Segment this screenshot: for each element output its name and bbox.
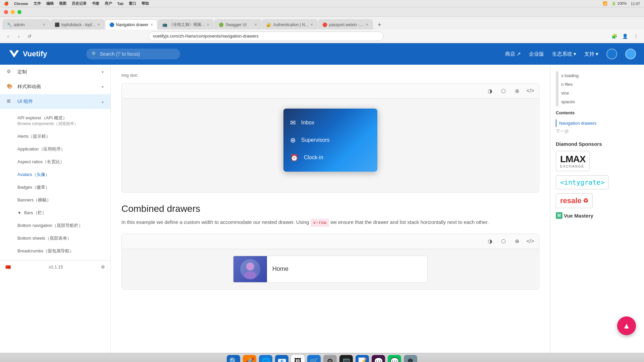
sidebar-child-api-explorer[interactable]: API explorer（API 概览） Browse components（浏… [0, 112, 110, 130]
toc-next[interactable]: 下一步 [556, 128, 639, 134]
partial-item-2: n files [561, 80, 579, 89]
dock-settings[interactable]: ⚙ [323, 355, 337, 362]
tab-close-quanxi[interactable]: ✕ [207, 23, 209, 26]
toc-nav-drawers[interactable]: Navigation drawers [556, 119, 639, 127]
back-button[interactable]: ‹ [4, 32, 12, 40]
tab-navigation-drawer[interactable]: 🔵 Navigation drawer ✕ [105, 19, 158, 29]
tab-close-auth[interactable]: ✕ [310, 23, 313, 26]
settings-icon[interactable]: ⚙ [101, 264, 105, 269]
file-menu[interactable]: 文件 [34, 1, 41, 6]
vuetify-logo[interactable]: Vuetify [8, 48, 47, 60]
supervisors-label: Supervisors [301, 137, 329, 143]
github-icon-2[interactable]: ⊕ [512, 237, 522, 246]
theme-toggle-icon[interactable]: ◑ [485, 86, 495, 96]
profile-icon[interactable]: 👤 [621, 32, 629, 40]
lmax-sponsor[interactable]: LMAX EXCHANGE [556, 151, 639, 171]
header-store-link[interactable]: 商店 ↗ [505, 51, 521, 57]
drawer-item-clockin[interactable]: ⏰ Clock-in [283, 149, 377, 166]
scroll-to-top-fab[interactable]: ▲ [617, 316, 636, 335]
view-menu[interactable]: 视图 [59, 1, 66, 6]
help-menu[interactable]: 帮助 [142, 1, 149, 6]
tab-swagger[interactable]: 🟢 Swagger UI ✕ [214, 19, 261, 29]
sidebar-child-breadcrumbs[interactable]: Breadcrumbs（面包屑导航） [0, 245, 110, 257]
dock-mail[interactable]: 📧 [275, 355, 288, 362]
address-bar[interactable]: vuetifyjs.com/zh-Hans/components/navigat… [149, 32, 383, 41]
dock-finder[interactable]: 🔍 [227, 355, 240, 362]
header-support-link[interactable]: 支持 ▾ [584, 51, 598, 57]
dock-vscode[interactable]: 📝 [356, 355, 369, 362]
tab-admin[interactable]: 🔧 admin ✕ [3, 19, 50, 29]
tab-menu[interactable]: Tab [117, 2, 124, 6]
sidebar-item-customize[interactable]: ⚙ 定制 ▾ [0, 65, 110, 79]
drawer-item-inbox[interactable]: ✉ Inbox [283, 114, 377, 131]
code-toggle-icon[interactable]: </> [526, 86, 535, 96]
sidebar-child-alerts[interactable]: Alerts（提示框） [0, 130, 110, 143]
sidebar-item-styles[interactable]: 🎨 样式和动画 ▾ [0, 79, 110, 94]
version-label: v2.1.15 [49, 264, 63, 269]
window-menu[interactable]: 窗口 [129, 1, 136, 6]
resale-sponsor[interactable]: resale ♻ [556, 193, 639, 208]
sidebar-child-banners[interactable]: Banners（横幅） [0, 194, 110, 206]
forward-button[interactable]: › [15, 32, 23, 40]
tab-close-topfullstack[interactable]: ✕ [97, 23, 100, 26]
sidebar-child-application[interactable]: Application（应用程序） [0, 143, 110, 156]
codepen-icon-2[interactable]: ⬡ [499, 237, 508, 246]
window-maximize-button[interactable] [17, 10, 21, 14]
dock-wechat[interactable]: 💬 [388, 355, 401, 362]
tab-passport[interactable]: 🔴 passport weixin - ... ✕ [318, 19, 373, 29]
sidebar-child-bars[interactable]: ▼ Bars（栏） [0, 206, 110, 219]
github-icon[interactable]: ⊕ [512, 86, 522, 96]
tab-topfullstack[interactable]: ⬛ topfullstack - topf... ✕ [50, 19, 104, 29]
dock-trash[interactable]: 🗑 [404, 355, 417, 362]
tab-close-swagger[interactable]: ✕ [254, 23, 257, 26]
user-avatar[interactable] [606, 49, 617, 59]
tab-quanxi[interactable]: 📺 《全线之巅》视频... ✕ [158, 19, 214, 29]
code-toggle-icon-2[interactable]: </> [526, 237, 535, 246]
tab-close-passport[interactable]: ✕ [366, 23, 368, 26]
sidebar-item-ui-components[interactable]: ⊞ UI 组件 ▴ [0, 94, 110, 109]
reload-button[interactable]: ↺ [25, 32, 34, 40]
sidebar-child-aspect-ratios[interactable]: Aspect ratios（长宽比） [0, 156, 110, 168]
codepen-icon[interactable]: ⬡ [499, 86, 508, 96]
sidebar-child-bottom-sheets[interactable]: Bottom sheets（底部表单） [0, 232, 110, 245]
theme-toggle-icon-2[interactable]: ◑ [485, 237, 495, 246]
tab-title-passport: passport weixin - ... [329, 22, 364, 27]
tab-close-navigation[interactable]: ✕ [150, 23, 153, 26]
secondary-avatar[interactable] [625, 49, 636, 59]
apple-menu[interactable]: 🍎 [4, 1, 9, 6]
dock-terminal[interactable]: 💻 [339, 355, 353, 362]
window-minimize-button[interactable] [11, 10, 15, 14]
mac-menu-bar[interactable]: 🍎 Chrome 文件 编辑 视图 历史记录 书签 用户 Tab 窗口 帮助 [4, 1, 149, 6]
api-explorer-label: API explorer（API 概览） [17, 115, 104, 121]
search-bar[interactable]: 🔍 Search ('/' to focus) [86, 49, 180, 59]
sidebar-child-avatars[interactable]: Avatars（头像） [0, 168, 110, 181]
edit-menu[interactable]: 编辑 [46, 1, 54, 6]
ui-components-arrow: ▴ [102, 99, 104, 104]
dock-appstore[interactable]: 🛒 [307, 355, 321, 362]
extensions-icon[interactable]: 🧩 [610, 32, 619, 40]
dock-slack[interactable]: 💬 [372, 355, 385, 362]
user-menu[interactable]: 用户 [105, 1, 112, 6]
locale-flag[interactable]: 🇨🇳 [5, 264, 11, 269]
header-enterprise-link[interactable]: 企业版 [529, 51, 544, 57]
sidebar-child-badges[interactable]: Badges（徽章） [0, 181, 110, 194]
intygrate-sponsor[interactable]: <intygrate> [556, 175, 639, 189]
tab-close-admin[interactable]: ✕ [43, 23, 45, 26]
vue-mastery-sponsor[interactable]: M Vue Mastery [556, 212, 639, 219]
settings-icon[interactable]: ⋮ [632, 32, 640, 40]
header-ecosystem-link[interactable]: 生态系统 ▾ [552, 51, 576, 57]
new-tab-button[interactable]: + [375, 20, 384, 29]
nav-drawer-widget: ✉ Inbox ⊕ Supervisors ⏰ Clock-in [283, 109, 377, 172]
dock-photos[interactable]: 🖼 [291, 355, 305, 362]
tab-authentication[interactable]: 🔐 Authentication | N... ✕ [262, 19, 317, 29]
window-close-button[interactable] [4, 10, 8, 14]
mac-dock: 🔍 🚀 🌐 📧 🖼 🛒 ⚙ 💻 📝 💬 💬 🗑 [0, 353, 644, 362]
dock-safari[interactable]: 🌐 [259, 355, 272, 362]
bookmarks-menu[interactable]: 书签 [92, 1, 99, 6]
history-menu[interactable]: 历史记录 [72, 1, 87, 6]
sidebar-child-bottom-nav[interactable]: Bottom navigation（底部导航栏） [0, 219, 110, 232]
dock-launchpad[interactable]: 🚀 [243, 355, 256, 362]
chrome-menu[interactable]: Chrome [14, 2, 28, 6]
drawer-item-supervisors[interactable]: ⊕ Supervisors [283, 131, 377, 149]
lmax-logo: LMAX [560, 154, 585, 165]
